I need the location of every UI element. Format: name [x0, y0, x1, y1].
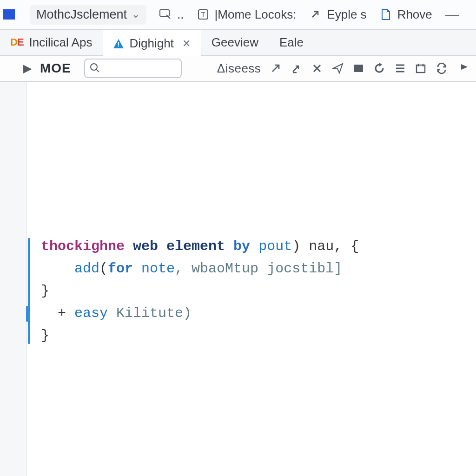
- search-box: [84, 59, 182, 78]
- rect-fill-icon[interactable]: [352, 61, 365, 75]
- play-icon[interactable]: ▶: [23, 62, 32, 75]
- warning-icon: [113, 39, 124, 48]
- caret-marker-icon: [26, 306, 29, 322]
- tab-incilical-aps[interactable]: DE Incilical Aps: [0, 30, 103, 55]
- tab-dighight[interactable]: Dighight ✕: [103, 30, 201, 56]
- menu-item-label: ..: [177, 7, 184, 22]
- lines-icon[interactable]: [394, 61, 406, 75]
- gutter: [0, 82, 27, 476]
- code-block: thockighne web element by pout) nau, { a…: [32, 235, 476, 347]
- chevron-down-icon: ⌄: [132, 8, 140, 20]
- close-x-icon[interactable]: [311, 61, 324, 75]
- file-icon: [380, 8, 392, 20]
- menu-item-label: Rhove: [397, 7, 432, 22]
- arrow-ne-icon: [309, 8, 321, 20]
- tab-strip: DE Incilical Aps Dighight ✕ Geeview Eale: [0, 30, 476, 56]
- svg-rect-4: [354, 65, 363, 72]
- inspect-icon: [159, 8, 172, 20]
- menu-item-rhove[interactable]: Rhove: [380, 7, 432, 22]
- menu-item-label: Eyple s: [327, 7, 366, 22]
- code-editor[interactable]: thockighne web element by pout) nau, { a…: [27, 82, 476, 476]
- tab-geeview[interactable]: Geeview: [201, 30, 269, 55]
- arrow-up-bar-icon[interactable]: [290, 61, 303, 75]
- menubar: MothcJsclement ⌄ .. T |Mome Locoks: Eypl…: [0, 0, 476, 30]
- close-icon[interactable]: ✕: [182, 38, 191, 50]
- arrow-out-icon[interactable]: [269, 61, 282, 75]
- tab-label: Dighight: [129, 36, 173, 51]
- aisess-label[interactable]: Δiseess: [217, 61, 261, 76]
- tab-label: Eale: [279, 35, 304, 50]
- workspace: thockighne web element by pout) nau, { a…: [0, 82, 476, 476]
- project-selector[interactable]: MothcJsclement ⌄: [30, 5, 146, 25]
- menu-item-eyples[interactable]: Eyple s: [309, 7, 366, 22]
- text-panel-icon: T: [197, 8, 209, 20]
- app-badge-icon: [3, 9, 15, 20]
- menu-item-mome[interactable]: T |Mome Locoks:: [197, 7, 297, 22]
- search-icon: [90, 63, 100, 73]
- change-marker-icon: [28, 238, 30, 344]
- run-config-label[interactable]: MOE: [40, 61, 71, 76]
- tab-eale[interactable]: Eale: [269, 30, 314, 55]
- source-code[interactable]: thockighne web element by pout) nau, { a…: [32, 235, 476, 347]
- refresh-c-icon[interactable]: [373, 61, 386, 75]
- svg-text:T: T: [201, 11, 205, 18]
- send-icon[interactable]: [331, 61, 344, 75]
- tab-label: Incilical Aps: [29, 35, 93, 50]
- svg-rect-5: [416, 65, 425, 73]
- tab-label: Geeview: [212, 35, 258, 50]
- flag-icon[interactable]: [459, 61, 471, 75]
- project-name: MothcJsclement: [36, 7, 127, 22]
- calendar-icon[interactable]: [415, 61, 427, 75]
- menu-item-label: |Mome Locoks:: [215, 7, 297, 22]
- menu-item-inspect[interactable]: ..: [159, 7, 184, 22]
- svg-rect-0: [160, 10, 169, 16]
- sync-icon[interactable]: [436, 61, 448, 75]
- minimize-icon[interactable]: —: [445, 7, 459, 22]
- svg-point-3: [91, 64, 97, 70]
- de-badge-icon: DE: [10, 36, 24, 48]
- toolbar: ▶ MOE Δiseess: [0, 56, 476, 82]
